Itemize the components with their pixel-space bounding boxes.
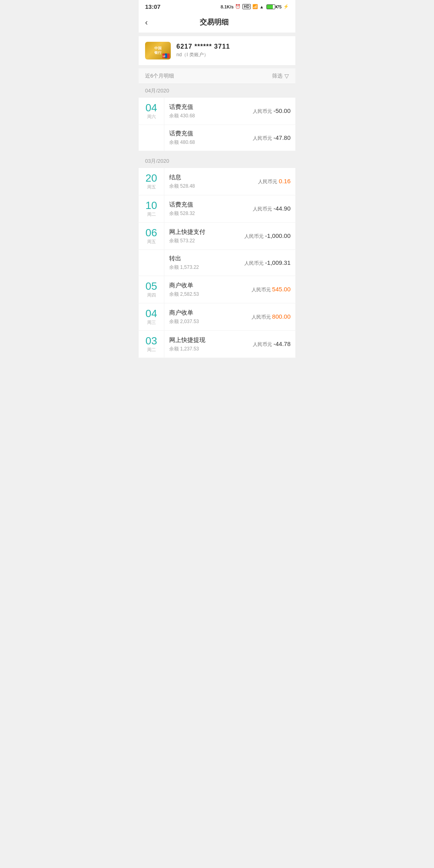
transaction-date: 06 周五 [139,223,164,250]
date-number: 04 [145,102,157,113]
transaction-amount: -1,009.31 [265,259,291,266]
date-weekday: 周二 [147,211,156,217]
transaction-group: 04 周六 话费充值 余额 430.68 人民币元 -50.00 话费 [139,98,295,151]
table-row[interactable]: 04 周六 话费充值 余额 430.68 人民币元 -50.00 [139,98,295,125]
transaction-amount: -44.90 [273,205,291,212]
transaction-left: 网上快捷支付 余额 573.22 [169,228,244,244]
transaction-amount: -44.78 [273,340,291,347]
transaction-balance: 余额 528.32 [169,210,253,217]
table-row[interactable]: 03 周二 网上快捷提现 余额 1,237.53 人民币元 -44.78 [139,331,295,358]
transaction-content: 结息 余额 528.48 人民币元 0.16 [164,168,295,195]
charging-icon: ⚡ [283,4,289,9]
date-weekday: 周二 [147,347,156,353]
wifi-icon: ▲ [260,4,264,9]
svg-text:UP: UP [163,55,166,57]
transaction-content: 商户收单 余额 2,037.53 人民币元 800.00 [164,303,295,330]
transaction-content: 商户收单 余额 2,582.53 人民币元 545.00 [164,276,295,303]
bank-logo: 中国银行 [154,46,162,55]
month-header: 03月/2020 [139,154,295,168]
transaction-currency: 人民币元 [253,108,273,114]
transaction-balance: 余额 573.22 [169,237,244,244]
table-row[interactable]: 转出 余额 1,573.22 人民币元 -1,009.31 [139,250,295,276]
date-number: 10 [145,200,157,211]
card-image: 中国银行 UP [145,42,171,59]
transaction-date: 10 周二 [139,195,164,222]
date-weekday: 周五 [147,184,156,190]
transaction-date: 20 周五 [139,168,164,195]
transaction-left: 话费充值 余额 480.68 [169,130,253,146]
transaction-date: 05 周四 [139,276,164,303]
transaction-name: 话费充值 [169,201,253,209]
transaction-amount: -50.00 [273,107,291,114]
transaction-right: 人民币元 800.00 [252,313,291,321]
transaction-date: 03 周二 [139,331,164,358]
filter-icon: ▽ [285,73,289,79]
transaction-content: 话费充值 余额 430.68 人民币元 -50.00 [164,98,295,125]
back-button[interactable]: ‹ [145,18,153,27]
transaction-currency: 人民币元 [244,233,265,239]
transaction-left: 话费充值 余额 528.32 [169,201,253,217]
transaction-right: 人民币元 -44.90 [253,205,291,213]
transaction-amount: 800.00 [272,313,291,320]
filter-bar: 近6个月明细 筛选 ▽ [139,68,295,84]
date-empty [139,250,164,276]
transaction-content: 话费充值 余额 480.68 人民币元 -47.80 [164,125,295,151]
transaction-name: 商户收单 [169,282,252,289]
section-divider [139,358,295,361]
transaction-currency: 人民币元 [252,314,272,320]
transaction-name: 话费充值 [169,103,253,111]
status-bar: 13:07 8.1K/s ⏰ HD 📶 ▲ 75 ⚡ [139,0,295,12]
clock-icon: ⏰ [235,4,241,9]
page-title: 交易明细 [153,17,276,27]
table-row[interactable]: 05 周四 商户收单 余额 2,582.53 人民币元 545.00 [139,276,295,303]
table-row[interactable]: 06 周五 网上快捷支付 余额 573.22 人民币元 -1,000.00 [139,223,295,250]
filter-action-label: 筛选 [272,72,283,80]
transaction-currency: 人民币元 [258,179,278,184]
date-empty [139,125,164,151]
date-weekday: 周三 [147,319,156,326]
transaction-left: 结息 余额 528.48 [169,174,258,190]
card-type: nd（I 类账户） [176,51,289,58]
transaction-content: 网上快捷提现 余额 1,237.53 人民币元 -44.78 [164,331,295,358]
card-info: 6217 ****** 3711 nd（I 类账户） [176,43,289,58]
transaction-right: 人民币元 0.16 [258,178,291,185]
transaction-name: 结息 [169,174,258,181]
battery-percent: 75 [277,4,282,9]
hd-badge: HD [242,4,250,9]
transaction-content: 话费充值 余额 528.32 人民币元 -44.90 [164,195,295,222]
date-number: 20 [145,173,157,183]
status-right: 8.1K/s ⏰ HD 📶 ▲ 75 ⚡ [221,4,289,9]
table-row[interactable]: 10 周二 话费充值 余额 528.32 人民币元 -44.90 [139,195,295,223]
transaction-right: 人民币元 -1,000.00 [244,232,291,240]
transaction-date: 04 周三 [139,303,164,330]
svg-rect-2 [167,53,170,58]
table-row[interactable]: 04 周三 商户收单 余额 2,037.53 人民币元 800.00 [139,303,295,331]
filter-action-button[interactable]: 筛选 ▽ [272,72,289,80]
transaction-right: 人民币元 -47.80 [253,134,291,142]
table-row[interactable]: 20 周五 结息 余额 528.48 人民币元 0.16 [139,168,295,195]
transaction-date: 04 周六 [139,98,164,125]
transaction-currency: 人民币元 [252,287,272,293]
transaction-left: 转出 余额 1,573.22 [169,255,244,271]
transaction-balance: 余额 430.68 [169,113,253,119]
date-number: 03 [145,336,157,346]
transaction-balance: 余额 480.68 [169,139,253,146]
transaction-name: 转出 [169,255,244,262]
transaction-balance: 余额 1,573.22 [169,264,244,271]
page-header: ‹ 交易明细 [139,12,295,33]
transaction-right: 人民币元 545.00 [252,286,291,293]
table-row[interactable]: 话费充值 余额 480.68 人民币元 -47.80 [139,125,295,151]
transaction-balance: 余额 2,582.53 [169,291,252,298]
date-weekday: 周四 [147,292,156,298]
transaction-name: 网上快捷提现 [169,336,253,344]
transaction-right: 人民币元 -50.00 [253,107,291,115]
transaction-currency: 人民币元 [244,260,265,266]
transaction-content: 网上快捷支付 余额 573.22 人民币元 -1,000.00 [164,223,295,250]
transaction-currency: 人民币元 [253,342,273,347]
transaction-name: 网上快捷支付 [169,228,244,236]
date-number: 05 [145,281,157,291]
date-number: 04 [145,308,157,319]
transaction-left: 话费充值 余额 430.68 [169,103,253,119]
unionpay-logo: UP [162,53,170,58]
date-weekday: 周五 [147,239,156,245]
